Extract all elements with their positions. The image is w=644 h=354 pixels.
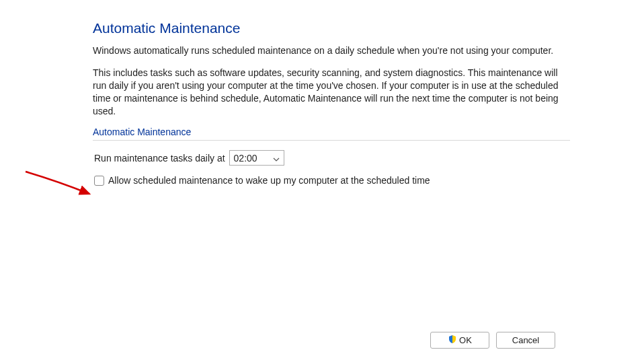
ok-button[interactable]: OK	[430, 332, 489, 349]
section-heading: Automatic Maintenance	[93, 127, 570, 141]
wake-checkbox-label: Allow scheduled maintenance to wake up m…	[108, 175, 430, 186]
ok-button-label: OK	[459, 335, 472, 345]
time-dropdown-value: 02:00	[234, 153, 257, 164]
intro-paragraph-2: This includes tasks such as software upd…	[93, 67, 570, 118]
intro-paragraph-1: Windows automatically runs scheduled mai…	[93, 44, 570, 57]
annotation-arrow-icon	[22, 168, 96, 202]
chevron-down-icon	[273, 153, 280, 164]
wake-checkbox[interactable]	[94, 176, 104, 186]
page-title: Automatic Maintenance	[93, 20, 570, 36]
shield-icon	[448, 334, 457, 346]
run-tasks-label: Run maintenance tasks daily at	[94, 153, 225, 164]
cancel-button[interactable]: Cancel	[496, 332, 555, 349]
cancel-button-label: Cancel	[512, 335, 539, 345]
time-dropdown[interactable]: 02:00	[229, 150, 284, 166]
